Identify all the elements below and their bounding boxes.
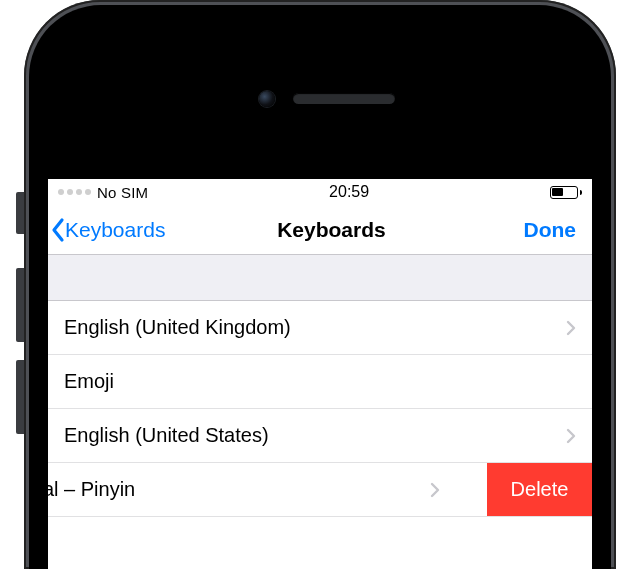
chevron-right-icon [566, 428, 576, 444]
keyboard-row-swiped[interactable]: e, Traditional – Pinyin Delete [48, 463, 592, 517]
keyboard-row[interactable]: Emoji [48, 355, 592, 409]
front-camera [259, 91, 275, 107]
done-button[interactable]: Done [524, 218, 585, 242]
clock-label: 20:59 [329, 183, 369, 201]
phone-bezel: No SIM 20:59 Keyboards Keyboards Done [29, 5, 611, 569]
chevron-right-icon [566, 320, 576, 336]
chevron-left-icon [50, 217, 66, 243]
phone-frame: No SIM 20:59 Keyboards Keyboards Done [24, 0, 616, 569]
carrier-label: No SIM [97, 184, 148, 201]
screen: No SIM 20:59 Keyboards Keyboards Done [48, 179, 592, 569]
battery-icon [550, 186, 582, 199]
chevron-right-icon [430, 482, 440, 498]
keyboard-row[interactable]: English (United Kingdom) [48, 301, 592, 355]
status-bar: No SIM 20:59 [48, 179, 592, 205]
keyboard-row[interactable]: English (United States) [48, 409, 592, 463]
earpiece-speaker [293, 93, 395, 104]
keyboard-label: e, Traditional – Pinyin [48, 478, 430, 501]
delete-button[interactable]: Delete [487, 463, 592, 516]
signal-dots-icon [58, 189, 91, 195]
section-spacer [48, 255, 592, 301]
keyboard-label: English (United Kingdom) [64, 316, 566, 339]
keyboard-label: English (United States) [64, 424, 566, 447]
keyboard-label: Emoji [64, 370, 576, 393]
page-title: Keyboards [139, 218, 523, 242]
navigation-bar: Keyboards Keyboards Done [48, 205, 592, 255]
